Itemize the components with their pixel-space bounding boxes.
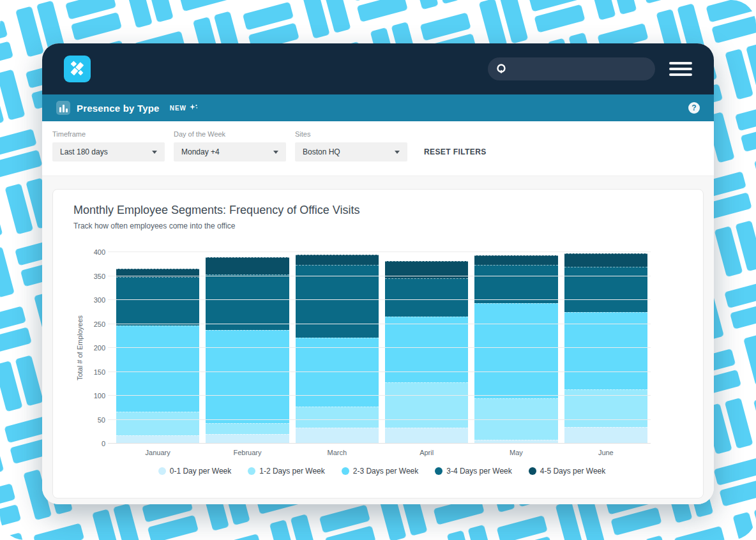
bar-segment[interactable]	[474, 303, 557, 398]
bar-segment[interactable]	[116, 277, 199, 326]
bar-segment[interactable]	[564, 427, 647, 444]
legend-label: 2-3 Days per Week	[353, 467, 419, 476]
y-axis-tick-label: 50	[98, 416, 105, 424]
bar-segment[interactable]	[385, 428, 468, 444]
new-badge: NEW	[170, 103, 198, 112]
bar-segment[interactable]	[296, 428, 379, 444]
bar-segment[interactable]	[296, 255, 379, 265]
legend-label: 1-2 Days per Week	[259, 467, 325, 476]
x-axis-labels: JanuaryFebruaryMarchAprilMayJune	[113, 449, 651, 456]
bar-segment[interactable]	[474, 265, 557, 303]
new-badge-label: NEW	[170, 105, 186, 112]
gridline	[108, 371, 651, 372]
bar-column	[113, 252, 202, 444]
bar-june[interactable]	[564, 253, 647, 444]
hamburger-bar	[669, 62, 692, 64]
filter-timeframe: Timeframe Last 180 days	[52, 130, 165, 161]
legend-item[interactable]: 0-1 Day per Week	[158, 467, 232, 476]
bars-container	[113, 252, 651, 444]
bar-march[interactable]	[296, 255, 379, 444]
bar-april[interactable]	[385, 261, 468, 444]
y-axis-tick-label: 150	[94, 368, 105, 376]
bar-segment[interactable]	[385, 317, 468, 383]
hamburger-menu-button[interactable]	[669, 62, 692, 76]
gridline	[108, 251, 651, 252]
legend-item[interactable]: 4-5 Days per Week	[529, 467, 606, 476]
hamburger-bar	[669, 68, 692, 70]
bar-segment[interactable]	[385, 278, 468, 316]
top-navigation-bar	[42, 43, 714, 94]
search-icon	[495, 63, 508, 75]
bar-segment[interactable]	[206, 330, 289, 423]
chart-icon-bar	[66, 109, 68, 112]
bar-column	[561, 252, 651, 444]
search-bar[interactable]	[488, 57, 655, 80]
bar-chart-icon	[56, 101, 70, 115]
bar-column	[202, 252, 292, 444]
bar-january[interactable]	[116, 269, 199, 444]
legend-item[interactable]: 1-2 Days per Week	[248, 467, 325, 476]
timeframe-dropdown[interactable]: Last 180 days	[52, 142, 165, 161]
filter-day-of-week: Day of the Week Monday +4	[174, 130, 286, 161]
search-input[interactable]	[513, 64, 641, 74]
y-axis-tick-label: 200	[94, 344, 105, 352]
legend-dot-icon	[158, 467, 166, 475]
bar-segment[interactable]	[116, 412, 199, 436]
timeframe-value: Last 180 days	[60, 147, 108, 156]
bar-segment[interactable]	[296, 407, 379, 428]
gridline	[108, 324, 651, 324]
legend-label: 3-4 Days per Week	[446, 467, 512, 476]
bar-segment[interactable]	[296, 338, 379, 406]
y-axis-tick-label: 300	[94, 296, 105, 304]
gridline	[108, 299, 651, 300]
bar-segment[interactable]	[385, 382, 468, 428]
robin-logo-icon	[68, 59, 87, 79]
filter-label: Timeframe	[52, 130, 165, 138]
chart-icon-bar	[63, 105, 64, 112]
hamburger-bar	[669, 73, 692, 76]
bar-february[interactable]	[206, 257, 289, 444]
x-axis-label: April	[382, 449, 471, 456]
bar-segment[interactable]	[116, 326, 199, 412]
y-axis-tick-label: 250	[94, 320, 105, 328]
chart-subtitle: Track how often employees come into the …	[73, 221, 703, 230]
bar-may[interactable]	[474, 255, 557, 444]
bar-segment[interactable]	[206, 423, 289, 434]
chevron-down-icon	[152, 151, 157, 154]
bar-column	[471, 252, 561, 444]
y-axis-tick-label: 0	[102, 440, 105, 447]
y-axis-tick-label: 100	[94, 392, 105, 400]
report-title: Presence by Type	[77, 103, 160, 114]
sites-dropdown[interactable]: Boston HQ	[295, 142, 407, 161]
x-axis-label: February	[202, 449, 292, 456]
sparkle-icon	[189, 103, 198, 112]
legend-label: 0-1 Day per Week	[170, 467, 232, 476]
page-background: Presence by Type NEW ? Timeframe Last 18…	[0, 0, 756, 540]
x-axis-label: January	[113, 449, 202, 456]
bar-segment[interactable]	[564, 267, 647, 312]
legend-label: 4-5 Days per Week	[540, 467, 606, 476]
filter-label: Day of the Week	[174, 130, 286, 138]
report-header-bar: Presence by Type NEW ?	[42, 94, 714, 121]
bar-segment[interactable]	[206, 434, 289, 444]
legend-item[interactable]: 2-3 Days per Week	[342, 467, 419, 476]
bar-segment[interactable]	[474, 255, 557, 265]
x-axis-label: May	[471, 449, 561, 456]
chart-icon-bar	[59, 107, 61, 112]
legend-item[interactable]: 3-4 Days per Week	[435, 467, 512, 476]
reset-filters-button[interactable]: RESET FILTERS	[424, 142, 487, 161]
app-logo[interactable]	[64, 56, 91, 82]
bar-column	[382, 252, 471, 444]
legend-dot-icon	[248, 467, 255, 475]
chart-title: Monthly Employee Segments: Frequency of …	[73, 204, 703, 217]
day-of-week-dropdown[interactable]: Monday +4	[174, 142, 286, 161]
gridline	[108, 443, 651, 444]
bar-segment[interactable]	[206, 274, 289, 330]
help-button[interactable]: ?	[688, 102, 700, 114]
sites-value: Boston HQ	[303, 147, 340, 156]
bar-segment[interactable]	[564, 253, 647, 267]
bar-segment[interactable]	[206, 257, 289, 275]
x-axis-label: March	[292, 449, 382, 456]
filter-label: Sites	[295, 130, 407, 138]
gridline	[108, 276, 651, 276]
